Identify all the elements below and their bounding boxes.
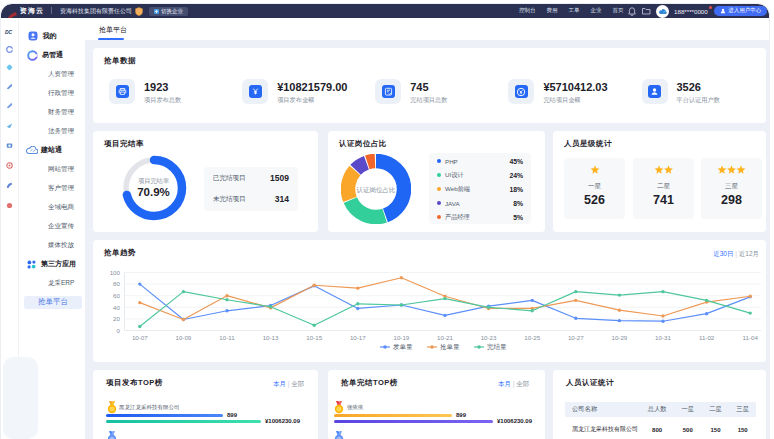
svg-text:10-29: 10-29: [611, 334, 627, 341]
svg-text:10-17: 10-17: [350, 334, 366, 341]
svg-text:10-31: 10-31: [655, 334, 671, 341]
svg-text:发单量: 发单量: [393, 343, 413, 350]
svg-text:20: 20: [113, 315, 120, 322]
svg-text:10-11: 10-11: [219, 334, 235, 341]
svg-text:10-23: 10-23: [481, 334, 497, 341]
svg-text:10-25: 10-25: [524, 334, 540, 341]
svg-text:10-27: 10-27: [568, 334, 584, 341]
svg-text:11-04: 11-04: [743, 334, 759, 341]
svg-text:60: 60: [113, 292, 120, 299]
svg-text:10-15: 10-15: [306, 334, 322, 341]
svg-text:11-02: 11-02: [699, 334, 715, 341]
svg-text:10-21: 10-21: [437, 334, 453, 341]
svg-text:10-13: 10-13: [263, 334, 279, 341]
svg-text:40: 40: [113, 304, 120, 311]
svg-text:抢单量: 抢单量: [440, 343, 460, 351]
svg-text:完结量: 完结量: [487, 343, 507, 351]
svg-text:10-09: 10-09: [175, 334, 191, 341]
svg-text:10-07: 10-07: [132, 334, 148, 341]
svg-text:80: 80: [113, 280, 120, 287]
svg-text:100: 100: [110, 269, 121, 276]
svg-text:0: 0: [117, 327, 121, 334]
svg-text:10-19: 10-19: [393, 334, 409, 341]
